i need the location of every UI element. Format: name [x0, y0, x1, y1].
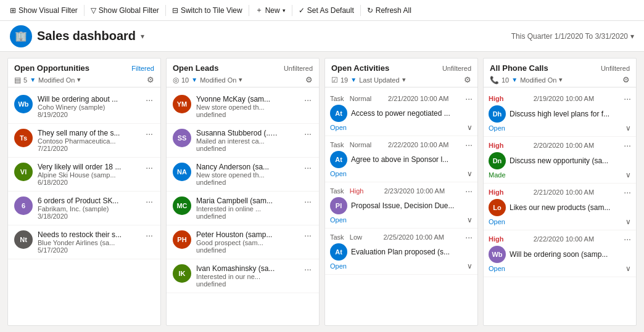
call-status[interactable]: Open	[489, 124, 505, 132]
call-status[interactable]: Open	[489, 265, 505, 272]
sort-caret-open-leads[interactable]: ▾	[239, 76, 242, 84]
list-item[interactable]: Nt Needs to restock their s... Blue Yond…	[8, 225, 160, 259]
new-caret-icon: ▾	[283, 7, 286, 14]
expand-icon[interactable]: ∨	[467, 216, 473, 224]
call-status[interactable]: Open	[489, 218, 505, 225]
column-body-open-opportunities: Wb Will be ordering about ... Coho Winer…	[8, 87, 160, 325]
avatar: 6	[14, 196, 33, 215]
column-settings-open-opportunities[interactable]: ⚙	[147, 75, 154, 84]
card-more-button[interactable]: ···	[303, 264, 313, 274]
list-item[interactable]: Task Normal 2/21/2020 10:00 AM ··· At Ac…	[325, 90, 477, 136]
list-item[interactable]: Ts They sell many of the s... Contoso Ph…	[8, 124, 160, 158]
card-more-button[interactable]: ···	[144, 196, 154, 206]
sort-arrow-open-opportunities[interactable]: ▼	[30, 76, 36, 83]
activity-more-button[interactable]: ···	[465, 232, 473, 242]
new-button[interactable]: ＋ New ▾	[250, 2, 291, 18]
card-more-button[interactable]: ···	[144, 163, 154, 172]
card-title: Maria Campbell (sam...	[196, 196, 298, 205]
expand-icon[interactable]: ∨	[467, 123, 473, 132]
call-more-button[interactable]: ···	[624, 187, 631, 197]
toolbar-separator-4	[292, 5, 292, 16]
list-item[interactable]: Wb Will be ordering about ... Coho Winer…	[8, 90, 160, 124]
list-item[interactable]: SS Susanna Stubberod (..… Mailed an inte…	[167, 124, 319, 158]
show-visual-filter-button[interactable]: ⊞ Show Visual Filter	[5, 4, 83, 17]
expand-icon[interactable]: ∨	[467, 262, 473, 270]
card-more-button[interactable]: ···	[303, 163, 313, 172]
column-settings-open-leads[interactable]: ⚙	[305, 75, 313, 84]
list-item[interactable]: PH Peter Houston (samp... Good prospect …	[167, 225, 319, 259]
call-title: Discuss new opportunity (sa...	[510, 156, 631, 165]
card-title: 6 orders of Product SK...	[38, 196, 139, 205]
card-more-button[interactable]: ···	[303, 196, 313, 206]
sort-caret-all-phone-calls[interactable]: ▾	[559, 76, 563, 84]
activity-more-button[interactable]: ···	[465, 140, 473, 150]
sort-arrow-open-activities[interactable]: ▼	[350, 76, 357, 83]
card-content: Maria Campbell (sam... Interested in onl…	[196, 196, 298, 220]
list-item[interactable]: High 2/22/2020 10:00 AM ··· Wb Will be o…	[484, 230, 636, 277]
avatar: Wb	[489, 246, 506, 263]
card-more-button[interactable]: ···	[303, 95, 313, 105]
list-item[interactable]: Task Low 2/25/2020 10:00 AM ··· At Evalu…	[325, 229, 477, 275]
expand-icon[interactable]: ∨	[625, 124, 631, 132]
card-title: Susanna Stubberod (..…	[196, 129, 298, 137]
sort-arrow-open-leads[interactable]: ▼	[191, 76, 197, 83]
list-item[interactable]: YM Yvonne McKay (sam... New store opened…	[167, 90, 319, 124]
toolbar-separator-3	[249, 5, 249, 16]
card-content: Peter Houston (samp... Good prospect (sa…	[196, 230, 298, 254]
list-item[interactable]: Task Normal 2/22/2020 10:00 AM ··· At Ag…	[325, 136, 477, 182]
expand-icon[interactable]: ∨	[625, 264, 631, 273]
list-item[interactable]: 6 6 orders of Product SK... Fabrikam, In…	[8, 192, 160, 225]
card-content: Yvonne McKay (sam... New store opened th…	[196, 95, 298, 118]
call-datetime: 2/19/2020 10:00 AM	[534, 95, 594, 102]
card-more-button[interactable]: ···	[303, 230, 313, 240]
column-body-all-phone-calls: High 2/19/2020 10:00 AM ··· Dh Discuss h…	[484, 87, 636, 325]
card-more-button[interactable]: ···	[144, 95, 154, 105]
activity-more-button[interactable]: ···	[465, 186, 473, 196]
column-settings-all-phone-calls[interactable]: ⚙	[622, 75, 630, 84]
column-count-open-activities: 19	[341, 76, 348, 84]
list-item[interactable]: IK Ivan Komashinsky (sa... Interested in…	[167, 259, 319, 293]
column-count-open-leads: 10	[181, 76, 189, 84]
activity-more-button[interactable]: ···	[465, 94, 473, 103]
sort-label-open-leads: Modified On	[200, 76, 236, 84]
expand-icon[interactable]: ∨	[625, 171, 631, 179]
call-more-button[interactable]: ···	[624, 94, 631, 103]
activity-status[interactable]: Open	[330, 262, 347, 270]
sort-caret-open-opportunities[interactable]: ▾	[77, 76, 81, 84]
show-global-filter-button[interactable]: ▽ Show Global Filter	[86, 4, 164, 17]
card-more-button[interactable]: ···	[303, 129, 313, 139]
list-item[interactable]: High 2/19/2020 10:00 AM ··· Dh Discuss h…	[484, 90, 636, 137]
period-selector[interactable]: This Quarter 1/1/2020 To 3/31/2020 ▾	[511, 32, 634, 41]
call-more-button[interactable]: ···	[624, 234, 631, 244]
expand-icon[interactable]: ∨	[467, 169, 473, 178]
avatar: YM	[173, 95, 191, 113]
call-more-button[interactable]: ···	[624, 140, 631, 150]
column-icon-open-opportunities: ▤	[14, 76, 21, 84]
activity-status[interactable]: Open	[330, 216, 347, 224]
set-as-default-button[interactable]: ✓ Set As Default	[294, 4, 359, 17]
card-subtitle: Mailed an interest ca...	[196, 137, 298, 145]
activity-status[interactable]: Open	[330, 170, 347, 177]
list-item[interactable]: High 2/21/2020 10:00 AM ··· Lo Likes our…	[484, 184, 636, 230]
expand-icon[interactable]: ∨	[625, 217, 631, 226]
column-open-opportunities: Open Opportunities Filtered ▤ 5 ▼ Modifi…	[7, 58, 161, 326]
refresh-all-button[interactable]: ↻ Refresh All	[362, 4, 416, 17]
list-item[interactable]: MC Maria Campbell (sam... Interested in …	[167, 192, 319, 225]
sort-caret-open-activities[interactable]: ▾	[402, 76, 406, 84]
switch-tile-view-button[interactable]: ⊟ Switch to Tile View	[167, 4, 247, 17]
column-settings-open-activities[interactable]: ⚙	[464, 75, 471, 84]
title-dropdown-icon[interactable]: ▾	[141, 32, 144, 41]
list-item[interactable]: Vl Very likely will order 18 ... Alpine …	[8, 158, 160, 192]
avatar: MC	[173, 196, 191, 215]
column-icon-all-phone-calls: 📞	[490, 76, 499, 84]
activity-status[interactable]: Open	[330, 124, 347, 131]
card-content: Needs to restock their s... Blue Yonder …	[38, 230, 139, 254]
sort-arrow-all-phone-calls[interactable]: ▼	[511, 76, 518, 83]
list-item[interactable]: NA Nancy Anderson (sa... New store opene…	[167, 158, 319, 192]
activity-title: Evaluation Plan proposed (s...	[351, 248, 473, 256]
card-more-button[interactable]: ···	[144, 230, 154, 240]
call-status[interactable]: Made	[489, 171, 506, 179]
list-item[interactable]: High 2/20/2020 10:00 AM ··· Dn Discuss n…	[484, 137, 636, 184]
list-item[interactable]: Task High 2/23/2020 10:00 AM ··· Pl Prop…	[325, 182, 477, 229]
card-more-button[interactable]: ···	[144, 129, 154, 139]
